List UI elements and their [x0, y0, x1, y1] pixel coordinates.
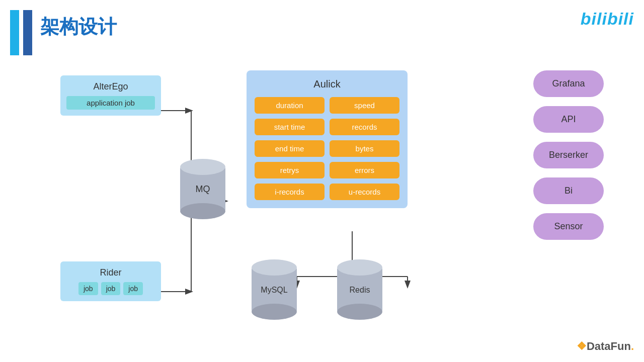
rider-title: Rider	[66, 267, 155, 278]
aulick-tag-irecords: i-records	[255, 184, 325, 200]
aulick-tag-retrys: retrys	[255, 162, 325, 178]
aulick-tag-duration: duration	[255, 97, 325, 114]
right-box-bi: Bi	[533, 177, 604, 204]
right-box-api: API	[533, 106, 604, 133]
aulick-tag-starttime: start time	[255, 119, 325, 135]
aulick-tag-bytes: bytes	[330, 140, 399, 157]
mysql-cylinder: MySQL	[247, 256, 302, 324]
rider-job-3: job	[123, 282, 143, 295]
svg-point-19	[337, 259, 382, 276]
aulick-tag-errors: errors	[330, 162, 399, 178]
aulick-title: Aulick	[255, 78, 399, 90]
mq-cylinder: MQ	[175, 156, 230, 223]
accent-bar-dark	[23, 10, 32, 55]
rider-box: Rider job job job	[60, 261, 161, 301]
aulick-box: Aulick duration speed start time records…	[247, 70, 408, 208]
alterego-sub: application job	[66, 96, 155, 110]
svg-text:Redis: Redis	[350, 286, 370, 294]
accent-bars	[10, 10, 32, 55]
right-box-sensor: Sensor	[533, 213, 604, 240]
rider-job-1: job	[78, 282, 98, 295]
right-box-berserker: Berserker	[533, 142, 604, 168]
aulick-tag-records: records	[330, 119, 399, 135]
svg-point-12	[180, 203, 225, 219]
svg-text:MySQL: MySQL	[261, 286, 287, 294]
redis-cylinder: Redis	[332, 256, 387, 324]
rider-jobs: job job job	[66, 282, 155, 295]
aulick-tag-urecords: u-records	[330, 184, 399, 200]
accent-bar-blue	[10, 10, 19, 55]
rider-job-2: job	[101, 282, 121, 295]
alterego-box: AlterEgo application job	[60, 75, 161, 116]
diagram: AlterEgo application job Rider job job j…	[0, 65, 644, 347]
aulick-tag-endtime: end time	[255, 140, 325, 157]
svg-point-11	[180, 159, 225, 175]
alterego-title: AlterEgo	[66, 81, 155, 92]
right-boxes: Grafana API Berserker Bi Sensor	[533, 70, 604, 240]
page-title: 架构设计	[40, 14, 117, 40]
aulick-grid: duration speed start time records end ti…	[255, 97, 399, 200]
svg-point-15	[252, 259, 297, 276]
svg-point-20	[337, 304, 382, 320]
bilibili-logo: bilibili	[581, 9, 634, 29]
svg-text:MQ: MQ	[196, 184, 210, 194]
aulick-tag-speed: speed	[330, 97, 399, 114]
svg-point-16	[252, 304, 297, 320]
right-box-grafana: Grafana	[533, 70, 604, 97]
